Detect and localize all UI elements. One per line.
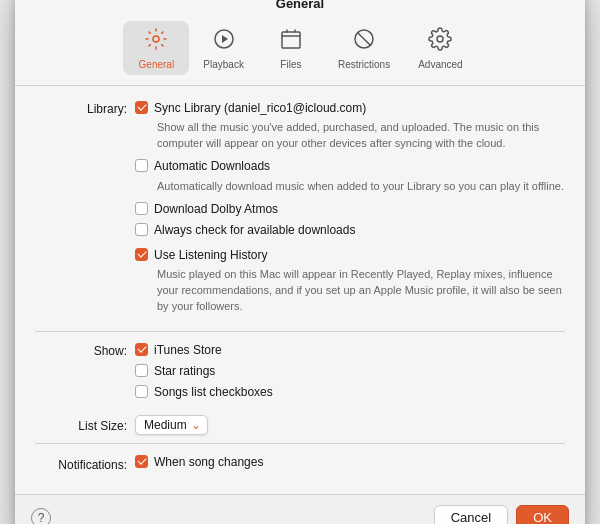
list-size-row: Medium ⌄ <box>135 415 565 435</box>
svg-point-0 <box>153 36 159 42</box>
itunes-store-checkbox[interactable] <box>135 343 148 356</box>
notifications-content: When song changes <box>135 454 565 475</box>
tab-restrictions-label: Restrictions <box>338 59 390 70</box>
help-button[interactable]: ? <box>31 508 51 524</box>
songs-checkboxes-row: Songs list checkboxes <box>135 384 565 401</box>
playback-icon <box>212 27 236 57</box>
dolby-atmos-checkbox[interactable] <box>135 202 148 215</box>
tab-playback[interactable]: Playback <box>189 21 258 75</box>
button-group: Cancel OK <box>434 505 569 524</box>
star-ratings-label: Star ratings <box>154 363 215 380</box>
tab-general-label: General <box>139 59 175 70</box>
files-icon <box>279 27 303 57</box>
check-downloads-label: Always check for available downloads <box>154 222 355 239</box>
sync-library-label: Sync Library (daniel_rico1@icloud.com) <box>154 100 366 117</box>
restrictions-icon <box>352 27 376 57</box>
star-ratings-row: Star ratings <box>135 363 565 380</box>
list-size-select[interactable]: Medium ⌄ <box>135 415 208 435</box>
svg-rect-3 <box>282 32 300 48</box>
itunes-store-label: iTunes Store <box>154 342 222 359</box>
bottom-bar: ? Cancel OK <box>15 494 585 524</box>
list-size-value: Medium <box>144 418 187 432</box>
itunes-store-row: iTunes Store <box>135 342 565 359</box>
show-content: iTunes Store Star ratings Songs list che… <box>135 342 565 404</box>
check-downloads-row: Always check for available downloads <box>135 222 565 239</box>
tab-advanced-label: Advanced <box>418 59 462 70</box>
notifications-section: Notifications: When song changes <box>35 454 565 475</box>
tab-restrictions[interactable]: Restrictions <box>324 21 404 75</box>
tab-files-label: Files <box>280 59 301 70</box>
dolby-atmos-row: Download Dolby Atmos <box>135 201 565 218</box>
listening-history-label: Use Listening History <box>154 247 267 264</box>
when-song-changes-row: When song changes <box>135 454 565 471</box>
content-area: Library: Sync Library (daniel_rico1@iclo… <box>15 86 585 495</box>
sync-library-row: Sync Library (daniel_rico1@icloud.com) <box>135 100 565 117</box>
list-size-content: Medium ⌄ <box>135 415 565 435</box>
tab-advanced[interactable]: Advanced <box>404 21 476 75</box>
general-icon <box>144 27 168 57</box>
star-ratings-checkbox[interactable] <box>135 364 148 377</box>
sync-library-helper: Show all the music you've added, purchas… <box>157 120 565 152</box>
auto-downloads-helper: Automatically download music when added … <box>157 179 565 195</box>
listening-history-checkbox[interactable] <box>135 248 148 261</box>
sync-library-checkbox[interactable] <box>135 101 148 114</box>
dialog-title: General <box>15 0 585 11</box>
auto-downloads-row: Automatic Downloads <box>135 158 565 175</box>
ok-button[interactable]: OK <box>516 505 569 524</box>
general-dialog: General General Playback <box>15 0 585 524</box>
show-section: Show: iTunes Store Star ratings Songs li… <box>35 342 565 404</box>
show-label: Show: <box>35 342 135 404</box>
library-content: Sync Library (daniel_rico1@icloud.com) S… <box>135 100 565 322</box>
svg-line-5 <box>358 32 371 45</box>
svg-point-6 <box>437 36 443 42</box>
cancel-button[interactable]: Cancel <box>434 505 508 524</box>
library-section: Library: Sync Library (daniel_rico1@iclo… <box>35 100 565 322</box>
advanced-icon <box>428 27 452 57</box>
songs-checkboxes-label: Songs list checkboxes <box>154 384 273 401</box>
dolby-atmos-label: Download Dolby Atmos <box>154 201 278 218</box>
check-downloads-checkbox[interactable] <box>135 223 148 236</box>
tab-files[interactable]: Files <box>258 21 324 75</box>
list-size-section: List Size: Medium ⌄ <box>35 415 565 435</box>
toolbar: General Playback Files <box>15 11 585 85</box>
songs-checkboxes-checkbox[interactable] <box>135 385 148 398</box>
when-song-changes-label: When song changes <box>154 454 263 471</box>
svg-marker-2 <box>222 35 228 43</box>
tab-general[interactable]: General <box>123 21 189 75</box>
select-arrow-icon: ⌄ <box>191 418 201 432</box>
listening-history-row: Use Listening History <box>135 247 565 264</box>
tab-playback-label: Playback <box>203 59 244 70</box>
auto-downloads-checkbox[interactable] <box>135 159 148 172</box>
library-label: Library: <box>35 100 135 322</box>
listening-history-helper: Music played on this Mac will appear in … <box>157 267 565 315</box>
auto-downloads-label: Automatic Downloads <box>154 158 270 175</box>
when-song-changes-checkbox[interactable] <box>135 455 148 468</box>
list-size-label: List Size: <box>35 417 135 433</box>
notifications-label: Notifications: <box>35 456 135 472</box>
